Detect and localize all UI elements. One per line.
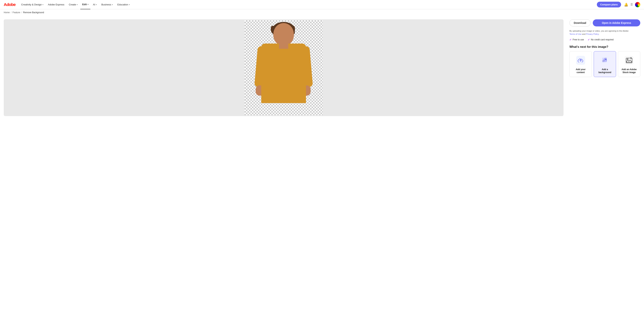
badge-free-label: Free to use xyxy=(573,38,584,41)
image-container xyxy=(244,20,323,115)
badge-credit-label: No credit card required xyxy=(591,38,614,41)
adobe-logo-text: Adobe xyxy=(4,2,16,7)
nav-item-edit[interactable]: Edit ▾ xyxy=(80,0,90,9)
head xyxy=(273,23,294,45)
add-stock-image-card[interactable]: Add an Adobe Stock image xyxy=(618,51,640,77)
avatar[interactable] xyxy=(635,2,640,7)
nav-item-create[interactable]: Create ▾ xyxy=(67,0,80,9)
action-buttons: Download Open in Adobe Express xyxy=(570,19,640,26)
bg-image-icon xyxy=(599,54,611,66)
grid-icon[interactable]: ⠿ xyxy=(630,2,633,7)
whats-next-title: What's next for this image? xyxy=(570,45,640,49)
terms-of-use-link[interactable]: Terms of Use xyxy=(570,33,582,35)
nav-item-adobe-express[interactable]: Adobe Express xyxy=(46,0,66,9)
check-icon-free: ✔ xyxy=(570,38,572,41)
sidebar: Download Open in Adobe Express By upload… xyxy=(570,19,640,116)
add-a-background-label: Add a background xyxy=(596,68,614,74)
adobe-logo[interactable]: Adobe xyxy=(4,2,16,7)
stock-image-icon xyxy=(623,54,635,66)
add-your-content-card[interactable]: Add your content xyxy=(570,51,592,77)
nav-icons: 🔔 ⠿ xyxy=(624,2,640,7)
no-credit-card-badge: ✔ No credit card required xyxy=(588,38,614,41)
legal-and: and xyxy=(582,33,586,35)
body-shirt xyxy=(261,43,306,103)
neck xyxy=(279,43,288,49)
main-nav: Adobe Creativity & Design ▾ Adobe Expres… xyxy=(0,0,644,9)
nav-item-ai[interactable]: AI ▾ xyxy=(91,0,99,9)
notification-icon[interactable]: 🔔 xyxy=(624,2,628,7)
nav-label-creativity: Creativity & Design xyxy=(21,3,42,6)
breadcrumb-sep-2: / xyxy=(22,11,22,14)
processed-image xyxy=(244,20,323,115)
nav-label-business: Business xyxy=(101,3,111,6)
nav-label-education: Education xyxy=(118,3,128,6)
check-icon-credit: ✔ xyxy=(588,38,590,41)
nav-item-creativity-design[interactable]: Creativity & Design ▾ xyxy=(19,0,45,9)
privacy-policy-link[interactable]: Privacy Policy xyxy=(586,33,599,35)
chevron-down-icon: ▾ xyxy=(96,4,97,5)
nav-item-education[interactable]: Education ▾ xyxy=(116,0,132,9)
nav-label-edit: Edit xyxy=(82,3,87,6)
compare-plans-button[interactable]: Compare plans xyxy=(597,2,621,7)
chevron-down-icon: ▾ xyxy=(88,3,88,5)
legal-prefix: By uploading your image or video, you ar… xyxy=(570,30,628,32)
free-to-use-badge: ✔ Free to use xyxy=(570,38,584,41)
image-area xyxy=(4,19,564,116)
add-stock-image-label: Add an Adobe Stock image xyxy=(620,68,638,74)
legal-text: By uploading your image or video, you ar… xyxy=(570,29,640,35)
nav-label-ai: AI xyxy=(93,3,95,6)
main-content: Download Open in Adobe Express By upload… xyxy=(0,16,644,120)
chevron-down-icon: ▾ xyxy=(112,4,113,5)
upload-cloud-icon xyxy=(575,54,586,66)
nav-label-create: Create xyxy=(69,3,76,6)
chevron-down-icon: ▾ xyxy=(42,4,44,5)
breadcrumb-home[interactable]: Home xyxy=(4,11,10,14)
open-in-adobe-express-button[interactable]: Open in Adobe Express xyxy=(593,19,640,26)
chevron-down-icon: ▾ xyxy=(77,4,78,5)
nav-item-business[interactable]: Business ▾ xyxy=(100,0,115,9)
person-figure xyxy=(252,21,315,114)
breadcrumb-feature[interactable]: Feature xyxy=(12,11,20,14)
badges: ✔ Free to use ✔ No credit card required xyxy=(570,38,640,41)
add-your-content-label: Add your content xyxy=(572,68,590,74)
download-button[interactable]: Download xyxy=(570,19,590,26)
legal-period: . xyxy=(599,33,599,35)
breadcrumb-current: Remove Background xyxy=(23,11,44,14)
breadcrumb: Home / Feature / Remove Background xyxy=(0,9,644,16)
nav-label-express: Adobe Express xyxy=(48,3,64,6)
next-cards: Add your content xyxy=(570,51,640,77)
breadcrumb-sep-1: / xyxy=(11,11,11,14)
svg-point-7 xyxy=(604,59,605,60)
add-a-background-card[interactable]: Add a background xyxy=(594,51,616,77)
chevron-down-icon: ▾ xyxy=(129,4,130,5)
whats-next-section: What's next for this image? Add your con… xyxy=(570,45,640,77)
